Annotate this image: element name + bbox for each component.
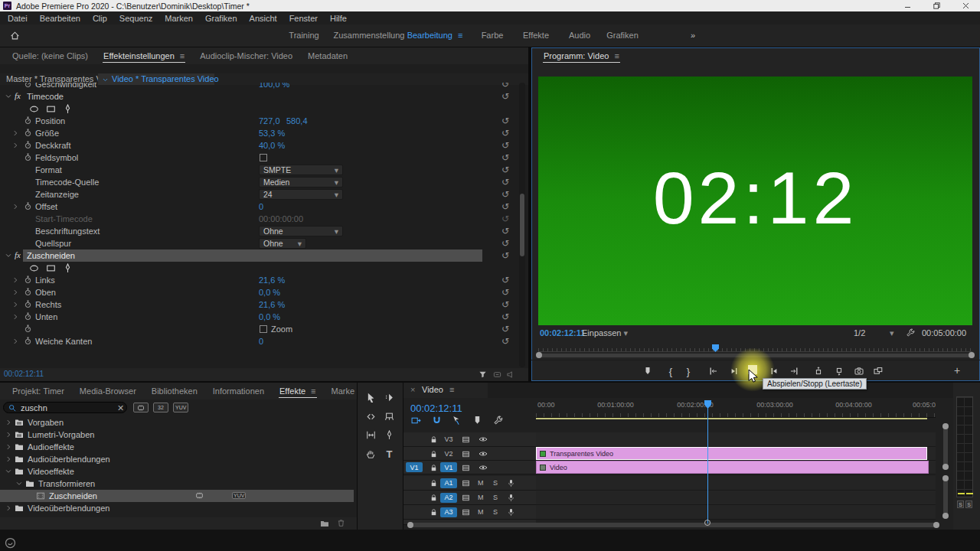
effect-property-row[interactable]: Unten0,0 %↺	[0, 311, 518, 323]
effect-header-row[interactable]: fxTimecode↺	[0, 90, 518, 103]
timeline-h-scroll-left-knob[interactable]	[407, 522, 413, 528]
sync-lock-icon[interactable]	[462, 435, 470, 444]
effect-property-row[interactable]: Zeitanzeige24▾↺	[0, 188, 518, 201]
razor-tool[interactable]	[384, 411, 395, 422]
audio-tracks-scrollbar[interactable]	[943, 478, 948, 516]
program-video-area[interactable]: 02:12	[538, 77, 972, 325]
hand-tool[interactable]	[365, 448, 377, 460]
timeline-h-scroll-right-knob[interactable]	[933, 522, 939, 528]
property-dropdown[interactable]: SMPTE▾	[259, 165, 343, 175]
panel-menu-icon[interactable]: ≡	[614, 51, 619, 60]
audio-lane-a1[interactable]	[536, 476, 936, 491]
workspace-menu-icon[interactable]: ≡	[458, 31, 462, 40]
reset-parameter-icon[interactable]: ↺	[501, 249, 509, 262]
play-audio-icon[interactable]	[506, 370, 514, 379]
tree-item-lumetri-vorgaben[interactable]: Lumetri-Vorgaben	[0, 429, 354, 441]
workspace-tab-audio[interactable]: Audio	[569, 31, 590, 40]
tree-item-transformieren[interactable]: Transformieren	[0, 478, 354, 490]
property-value[interactable]: 0	[259, 337, 263, 346]
mask-tools-row[interactable]	[0, 262, 518, 274]
v-scroll-knob[interactable]	[942, 464, 949, 470]
lock-icon[interactable]	[430, 435, 438, 444]
track-target-v1[interactable]: V1	[440, 462, 457, 472]
audio-lane-a3[interactable]	[536, 505, 936, 520]
mask-tools-row[interactable]	[0, 103, 518, 115]
chevron-right-icon[interactable]	[11, 129, 19, 137]
go-to-in-button[interactable]	[707, 365, 719, 377]
v-scroll-knob[interactable]	[942, 423, 949, 429]
clip-transparentes-video[interactable]: Transparentes Video	[536, 447, 927, 460]
go-to-out-button[interactable]	[789, 365, 801, 377]
chevron-down-icon[interactable]	[15, 480, 23, 487]
property-dropdown[interactable]: 24▾	[259, 189, 343, 200]
restore-button[interactable]	[922, 0, 951, 11]
sync-lock-icon[interactable]	[462, 508, 470, 517]
mark-in-button[interactable]: {	[665, 365, 677, 377]
voiceover-record-icon[interactable]	[507, 479, 515, 487]
project-tab-informationen[interactable]: Informationen	[205, 383, 272, 399]
track-target-a3[interactable]: A3	[440, 507, 457, 517]
solo-track-button[interactable]: S	[493, 494, 498, 501]
effect-property-row[interactable]: Oben0,0 %↺	[0, 286, 518, 298]
panel-menu-icon[interactable]: ≡	[311, 386, 315, 396]
chevron-right-icon[interactable]	[11, 276, 19, 284]
panel-menu-icon[interactable]: ≡	[449, 385, 454, 394]
effect-header-row[interactable]: fxZuschneiden↺	[0, 249, 518, 262]
reset-parameter-icon[interactable]: ↺	[501, 298, 509, 311]
chevron-right-icon[interactable]	[5, 455, 12, 463]
reset-parameter-icon[interactable]: ↺	[501, 286, 509, 298]
extract-button[interactable]	[833, 365, 845, 377]
chevron-right-icon[interactable]	[11, 142, 19, 149]
chevron-right-icon[interactable]	[11, 203, 19, 210]
ellipse-mask-icon[interactable]	[29, 263, 39, 273]
effect-property-row[interactable]: Links21,6 %↺	[0, 274, 518, 286]
lock-icon[interactable]	[430, 450, 438, 458]
stopwatch-icon[interactable]	[24, 300, 32, 308]
program-playhead-marker[interactable]	[712, 344, 719, 352]
menu-item-clip[interactable]: Clip	[87, 14, 113, 23]
playhead-bottom-knob[interactable]	[704, 520, 710, 526]
menu-item-ansicht[interactable]: Ansicht	[243, 14, 283, 23]
sync-lock-icon[interactable]	[462, 464, 470, 472]
reset-parameter-icon[interactable]: ↺	[501, 323, 509, 335]
tree-item-video-berblendungen[interactable]: Videoüberblendungen	[0, 502, 354, 514]
solo-track-button[interactable]: S	[493, 479, 498, 487]
menu-item-bearbeiten[interactable]: Bearbeiten	[34, 14, 87, 23]
meter-solo-button[interactable]: S	[965, 500, 972, 508]
project-tab-media-browser[interactable]: Media-Browser	[72, 383, 144, 399]
menu-item-hilfe[interactable]: Hilfe	[324, 14, 353, 23]
property-value[interactable]: 21,6 %	[259, 300, 285, 309]
video-tracks-scrollbar[interactable]	[943, 425, 948, 469]
effect-controls-scrollbar[interactable]	[519, 83, 525, 367]
audio-lane-a2[interactable]	[536, 491, 936, 505]
lift-button[interactable]	[812, 365, 825, 377]
toggle-track-output-icon[interactable]	[479, 449, 488, 458]
lock-icon[interactable]	[430, 479, 438, 487]
property-dropdown[interactable]: Medien▾	[259, 177, 343, 187]
reset-parameter-icon[interactable]: ↺	[501, 176, 509, 188]
effect-property-row[interactable]: Deckkraft40,0 %↺	[0, 139, 518, 152]
tree-item-videoeffekte[interactable]: Videoeffekte	[0, 465, 354, 478]
lock-icon[interactable]	[430, 464, 438, 472]
stopwatch-icon[interactable]	[24, 312, 32, 321]
stopwatch-icon[interactable]	[24, 153, 32, 161]
reset-parameter-icon[interactable]: ↺	[501, 90, 509, 103]
chevron-right-icon[interactable]	[5, 443, 12, 451]
chevron-down-icon[interactable]	[5, 93, 12, 100]
effect-property-row[interactable]: Timecode-QuelleMedien▾↺	[0, 176, 518, 188]
accelerated-effects-filter[interactable]	[133, 403, 149, 412]
32bit-filter[interactable]: 32	[153, 403, 168, 412]
keyframe-nav-icon[interactable]	[493, 370, 501, 379]
stopwatch-icon[interactable]	[24, 337, 32, 345]
type-tool[interactable]: T	[384, 448, 395, 460]
timeline-ruler[interactable]: 00:0000:01:00:0000:02:00:0000:03:00:0000…	[536, 399, 936, 418]
mute-track-button[interactable]: M	[478, 508, 484, 516]
reset-parameter-icon[interactable]: ↺	[501, 225, 509, 237]
v-scroll-knob[interactable]	[942, 513, 949, 519]
reset-parameter-icon[interactable]: ↺	[501, 237, 509, 249]
panel-menu-icon[interactable]: ≡	[180, 51, 185, 60]
property-dropdown[interactable]: Ohne▾	[259, 226, 343, 236]
reset-parameter-icon[interactable]: ↺	[501, 335, 509, 347]
stopwatch-icon[interactable]	[24, 116, 32, 125]
stopwatch-icon[interactable]	[24, 288, 32, 296]
